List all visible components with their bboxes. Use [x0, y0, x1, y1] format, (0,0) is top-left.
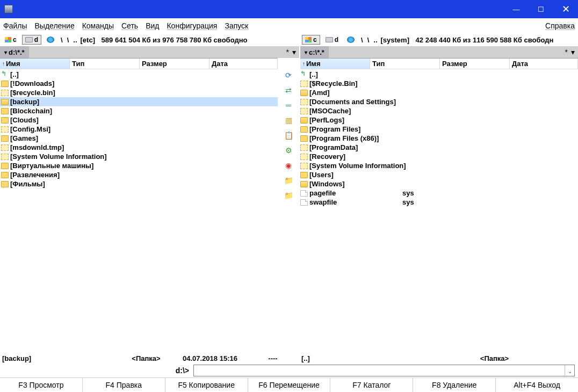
command-history-dropdown[interactable]: ⌄	[565, 365, 574, 377]
right-path-dots[interactable]: ..	[372, 36, 378, 44]
folder-icon	[1, 181, 9, 187]
hdd-icon	[25, 37, 33, 42]
right-status: [..] <Папка>	[299, 353, 578, 364]
status-row: [backup] <Папка> 04.07.2018 15:16 ---- […	[0, 353, 578, 364]
fkey-f4[interactable]: F4 Правка	[83, 378, 165, 392]
list-item[interactable]: [System Volume Information]	[299, 161, 578, 170]
command-input[interactable]: ⌄	[193, 365, 575, 376]
left-tab[interactable]: ▾d:\*.*	[0, 46, 29, 58]
left-file-list[interactable]: [..][!Downloads][$recycle.bin][backup][B…	[0, 69, 278, 353]
equal-icon[interactable]: ═	[284, 101, 293, 110]
left-col-date[interactable]: Дата	[209, 59, 278, 69]
minimize-button[interactable]: —	[504, 0, 529, 18]
right-tab-menu[interactable]: ▾	[571, 48, 575, 56]
list-item[interactable]: [backup]	[0, 97, 278, 106]
item-name: [msdownld.tmp]	[10, 143, 278, 151]
copy-icon[interactable]: 📋	[284, 131, 293, 140]
list-item[interactable]: [MSOCache]	[299, 106, 578, 115]
close-button[interactable]: ✕	[553, 0, 578, 18]
list-item[interactable]: [Program Files (x86)]	[299, 134, 578, 143]
menu-net[interactable]: Сеть	[121, 21, 138, 30]
compare-icon[interactable]: ▥	[284, 116, 293, 125]
list-item[interactable]: [$recycle.bin]	[0, 88, 278, 97]
left-col-size[interactable]: Размер	[140, 59, 209, 69]
fkey-f8[interactable]: F8 Удаление	[413, 378, 496, 392]
folder-icon	[1, 144, 9, 151]
item-name: [Amd]	[309, 89, 578, 97]
list-item[interactable]: [Amd]	[299, 88, 578, 97]
right-drive-net[interactable]	[344, 35, 358, 44]
right-col-type[interactable]: Тип	[370, 59, 440, 69]
left-tab-star[interactable]: *	[286, 48, 289, 56]
right-tab[interactable]: ▾c:\*.*	[300, 46, 329, 58]
fkey-f7[interactable]: F7 Каталог	[330, 378, 413, 392]
fkey-f6[interactable]: F6 Перемещение	[248, 378, 331, 392]
left-drive-d[interactable]: d	[22, 35, 41, 45]
right-col-date[interactable]: Дата	[510, 59, 578, 69]
left-col-name[interactable]: ↑Имя	[0, 59, 70, 69]
list-item[interactable]: [Documents and Settings]	[299, 97, 578, 106]
list-item[interactable]: [Фильмы]	[0, 179, 278, 188]
updir-icon	[1, 71, 9, 78]
list-item[interactable]: [Развлечения]	[0, 170, 278, 179]
list-item[interactable]: [System Volume Information]	[0, 152, 278, 161]
swap-icon[interactable]: ⇄	[284, 86, 293, 95]
folder1-icon[interactable]: 📁	[284, 176, 293, 185]
maximize-button[interactable]: ☐	[529, 0, 553, 18]
menu-view[interactable]: Вид	[146, 21, 159, 30]
fkey-f5[interactable]: F5 Копирование	[165, 378, 248, 392]
drivebar: c d \ \ .. [etc] 589 641 504 Кб из 976 7…	[0, 33, 578, 46]
right-file-list[interactable]: [..][$Recycle.Bin][Amd][Documents and Se…	[299, 69, 578, 353]
refresh-icon[interactable]: ⟳	[284, 71, 293, 79]
right-col-size[interactable]: Размер	[440, 59, 510, 69]
menu-files[interactable]: Файлы	[3, 21, 27, 30]
sync-icon[interactable]: ⚙	[284, 146, 293, 155]
list-item[interactable]: [Windows]	[299, 179, 578, 188]
list-item[interactable]: [..]	[0, 70, 278, 79]
left-path-dots[interactable]: ..	[72, 36, 78, 44]
vertical-toolbar: ⟳⇄═▥📋⚙◉📁📁	[278, 69, 299, 353]
folder-icon	[1, 135, 9, 142]
list-item[interactable]: [Games]	[0, 134, 278, 143]
item-name: [Program Files]	[309, 125, 578, 133]
menu-launch[interactable]: Запуск	[225, 21, 248, 30]
left-col-type[interactable]: Тип	[70, 59, 140, 69]
list-item[interactable]: [Clouds]	[0, 115, 278, 125]
list-item[interactable]: [Виртуальные машины]	[0, 161, 278, 170]
left-drive-net[interactable]	[44, 35, 57, 44]
left-status-size: <Папка>	[114, 354, 178, 362]
list-item[interactable]: [msdownld.tmp]	[0, 143, 278, 152]
list-item[interactable]: [Recovery]	[299, 152, 578, 161]
item-name: [Фильмы]	[10, 180, 278, 188]
list-item[interactable]: [!Downloads]	[0, 79, 278, 88]
menu-help[interactable]: Справка	[545, 21, 575, 30]
list-item[interactable]: [ProgramData]	[299, 143, 578, 152]
list-item[interactable]: [PerfLogs]	[299, 115, 578, 125]
menu-config[interactable]: Конфигурация	[167, 21, 217, 30]
right-drive-c[interactable]: c	[302, 35, 320, 45]
left-tab-menu[interactable]: ▾	[292, 48, 296, 56]
right-tab-star[interactable]: *	[565, 48, 568, 56]
list-item[interactable]: swapfilesys	[299, 198, 578, 207]
menu-select[interactable]: Выделение	[34, 21, 74, 30]
item-name: [Развлечения]	[10, 171, 278, 179]
list-item[interactable]: [$Recycle.Bin]	[299, 79, 578, 88]
menubar: Файлы Выделение Команды Сеть Вид Конфигу…	[0, 18, 578, 33]
titlebar[interactable]: — ☐ ✕	[0, 0, 578, 18]
list-item[interactable]: [Blockchain]	[0, 106, 278, 115]
list-item[interactable]: [..]	[299, 70, 578, 79]
left-drive-c[interactable]: c	[2, 35, 20, 45]
list-item[interactable]: pagefilesys	[299, 188, 578, 198]
right-col-name[interactable]: ↑Имя	[300, 59, 370, 69]
list-item[interactable]: [Config.Msi]	[0, 125, 278, 134]
fkey-f3[interactable]: F3 Просмотр	[0, 378, 83, 392]
item-name: [ProgramData]	[309, 143, 578, 151]
menu-commands[interactable]: Команды	[82, 21, 114, 30]
list-item[interactable]: [Users]	[299, 170, 578, 179]
main-window: — ☐ ✕ Файлы Выделение Команды Сеть Вид К…	[0, 0, 578, 392]
folder2-icon[interactable]: 📁	[284, 191, 293, 200]
list-item[interactable]: [Program Files]	[299, 125, 578, 134]
chrome-icon[interactable]: ◉	[284, 161, 293, 170]
fkey-altf4[interactable]: Alt+F4 Выход	[496, 378, 578, 392]
right-drive-d[interactable]: d	[322, 35, 342, 45]
